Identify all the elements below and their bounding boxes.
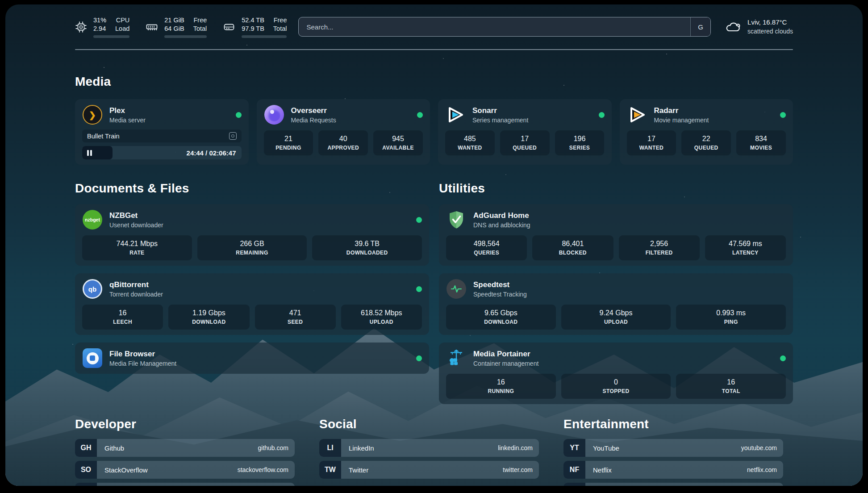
stat-label: PING	[678, 319, 784, 325]
bookmark-abbr: SO	[75, 461, 97, 479]
bookmark-twitter[interactable]: TW Twitter twitter.com	[319, 461, 539, 479]
search-engine-button[interactable]: G	[690, 17, 710, 36]
disk-progressbar	[242, 35, 287, 38]
stat-tile: 196 SERIES	[555, 130, 605, 155]
adguard-icon	[446, 209, 467, 230]
card-name: Media Portainer	[473, 349, 538, 359]
documents-column: Documents & Files nzbget NZBGet Usenet d…	[75, 181, 429, 404]
card-subtitle: Torrent downloader	[109, 290, 163, 298]
status-online-dot	[417, 112, 423, 118]
stat-label: QUERIES	[448, 250, 525, 256]
adguard-card[interactable]: AdGuard Home DNS and adblocking 498,564 …	[439, 204, 793, 266]
card-name: Sonarr	[472, 106, 528, 115]
nzbget-icon: nzbget	[82, 209, 103, 230]
stat-value: 0	[563, 378, 669, 387]
stat-label: SEED	[257, 319, 334, 325]
bookmark-name: LinkedIn	[349, 444, 374, 452]
card-subtitle: Usenet downloader	[109, 221, 163, 229]
stat-label: QUEUED	[502, 145, 548, 151]
card-name: Overseerr	[291, 106, 336, 115]
bookmark-youtube[interactable]: YT YouTube youtube.com	[563, 439, 783, 457]
stat-tile: 744.21 Mbps RATE	[82, 235, 192, 260]
stat-value: 9.24 Gbps	[563, 309, 669, 318]
stat-value: 16	[678, 378, 784, 387]
playback-time: 24:44 / 02:06:47	[187, 149, 242, 157]
section-title-developer: Developer	[75, 417, 295, 432]
stat-tile: 9.65 Gbps DOWNLOAD	[446, 305, 556, 330]
stat-value: 39.6 TB	[314, 239, 420, 248]
media-grid: ❯ Plex Media server Bullet Train 24:44 /	[75, 99, 793, 165]
speedtest-card[interactable]: Speedtest Speedtest Tracking 9.65 Gbps D…	[439, 273, 793, 335]
search-input[interactable]	[299, 17, 690, 36]
developer-section: Developer GH Github github.com SO StackO…	[75, 417, 295, 486]
stat-label: LATENCY	[707, 250, 784, 256]
bookmark-github[interactable]: GH Github github.com	[75, 439, 295, 457]
weather-widget: Lviv, 16.87°C scattered clouds	[725, 18, 793, 36]
radarr-card[interactable]: Radarr Movie management 17 WANTED 22 QUE…	[620, 99, 793, 165]
stat-label: FILTERED	[621, 250, 698, 256]
sonarr-card[interactable]: Sonarr Series management 485 WANTED 17 Q…	[438, 99, 612, 165]
bookmark-stackoverflow[interactable]: SO StackOverflow stackoverflow.com	[75, 461, 295, 479]
card-subtitle: Media Requests	[291, 116, 336, 124]
movie-icon	[229, 132, 237, 140]
portainer-card[interactable]: Media Portainer Container management 16 …	[439, 343, 793, 404]
section-title-utilities: Utilities	[439, 181, 793, 196]
top-bar: 31% CPU 2.94 Load	[75, 4, 793, 38]
weather-condition: scattered clouds	[747, 27, 793, 36]
card-subtitle: Media server	[109, 116, 146, 124]
stat-tile: 86,401 BLOCKED	[532, 235, 613, 260]
stat-value: 9.65 Gbps	[448, 309, 554, 318]
bookmark-dev[interactable]: DT DEV dev.to	[75, 483, 295, 486]
bookmark-abbr: YT	[563, 439, 585, 457]
status-online-dot	[416, 286, 422, 292]
stat-value: 17	[502, 134, 548, 143]
stat-tile: 16 LEECH	[82, 305, 163, 330]
bookmark-name: Twitter	[349, 466, 368, 474]
social-section: Social LI LinkedIn linkedin.com TW Twitt…	[319, 417, 539, 486]
card-subtitle: Media File Management	[109, 359, 176, 368]
disk-free: 52.4 TB	[242, 16, 264, 25]
stat-tile: 16 RUNNING	[446, 374, 556, 399]
radarr-icon	[627, 104, 647, 125]
card-name: NZBGet	[109, 211, 163, 220]
stat-tile: 40 APPROVED	[318, 130, 368, 155]
stat-tile: 485 WANTED	[445, 130, 495, 155]
stat-tile: 471 SEED	[255, 305, 336, 330]
stat-tile: 16 TOTAL	[676, 374, 786, 399]
card-name: Plex	[109, 106, 146, 115]
card-name: File Browser	[109, 349, 176, 359]
snow-speckles	[5, 4, 6, 5]
card-subtitle: Movie management	[654, 116, 709, 124]
memory-stat: 21 GiB Free 64 GiB Total	[146, 16, 207, 38]
bookmark-abbr: GH	[75, 439, 97, 457]
card-subtitle: Series management	[472, 116, 528, 124]
stat-tile: 0.993 ms PING	[676, 305, 786, 330]
card-name: qBittorrent	[109, 280, 163, 289]
plex-card[interactable]: ❯ Plex Media server Bullet Train 24:44 /	[75, 99, 249, 165]
nzbget-card[interactable]: nzbget NZBGet Usenet downloader 744.21 M…	[75, 204, 429, 266]
stat-label: SERIES	[557, 145, 603, 151]
bookmark-name: YouTube	[593, 444, 619, 452]
bookmark-abbr: LI	[319, 439, 341, 457]
weather-location-temp: Lviv, 16.87°C	[747, 18, 793, 27]
bookmark-url: stackoverflow.com	[238, 466, 288, 473]
stat-tile: 39.6 TB DOWNLOADED	[312, 235, 422, 260]
playback-progressbar[interactable]: 24:44 / 02:06:47	[82, 146, 242, 159]
bookmark-reddit[interactable]: RE Reddit reddit.com	[563, 483, 783, 486]
filebrowser-card[interactable]: File Browser Media File Management	[75, 343, 429, 374]
bookmark-url: twitter.com	[503, 466, 533, 473]
plex-icon: ❯	[82, 104, 103, 125]
qbittorrent-card[interactable]: qb qBittorrent Torrent downloader 16 LEE…	[75, 273, 429, 335]
overseerr-card[interactable]: Overseerr Media Requests 21 PENDING 40 A…	[257, 99, 430, 165]
bookmark-linkedin[interactable]: LI LinkedIn linkedin.com	[319, 439, 539, 457]
stat-tile: 618.52 Mbps UPLOAD	[341, 305, 422, 330]
disk-icon	[223, 21, 235, 33]
stat-tile: 22 QUEUED	[681, 130, 731, 155]
bookmark-url: linkedin.com	[498, 444, 533, 451]
pause-icon[interactable]	[87, 150, 92, 156]
stat-label: BLOCKED	[534, 250, 611, 256]
cpu-stat: 31% CPU 2.94 Load	[75, 16, 129, 38]
cpu-icon	[75, 21, 87, 33]
bookmark-netflix[interactable]: NF Netflix netflix.com	[563, 461, 783, 479]
disk-total-label: Total	[273, 25, 287, 33]
